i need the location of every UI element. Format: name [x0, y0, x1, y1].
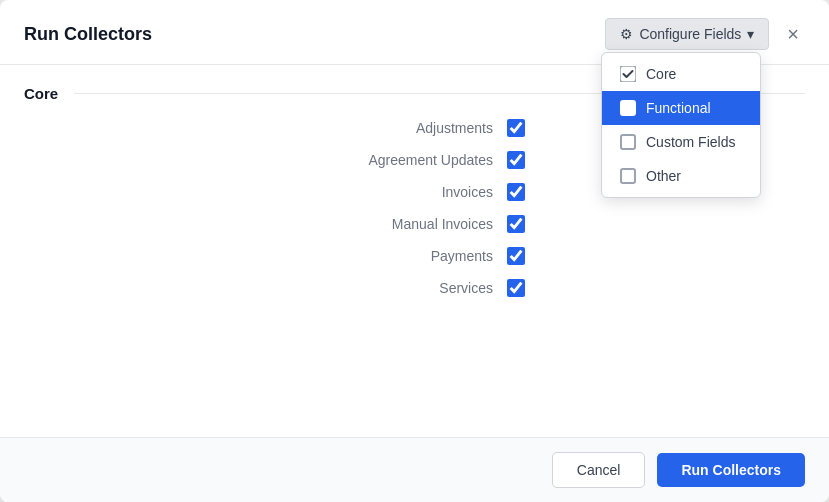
dialog-title: Run Collectors — [24, 24, 152, 45]
dropdown-item-functional[interactable]: Functional — [602, 91, 760, 125]
header-right: ⚙ Configure Fields ▾ × Core Func — [605, 18, 805, 50]
dropdown-item-core[interactable]: Core — [602, 57, 760, 91]
field-row-adjustments: Adjustments — [205, 112, 525, 144]
field-label-services: Services — [205, 280, 493, 296]
field-checkbox-payments[interactable] — [507, 247, 525, 265]
chevron-down-icon: ▾ — [747, 26, 754, 42]
gear-icon: ⚙ — [620, 26, 633, 42]
run-collectors-button[interactable]: Run Collectors — [657, 453, 805, 487]
section-title-core: Core — [24, 85, 58, 102]
field-row-invoices: Invoices — [205, 176, 525, 208]
field-checkbox-agreement-updates[interactable] — [507, 151, 525, 169]
field-label-invoices: Invoices — [205, 184, 493, 200]
dropdown-item-core-label: Core — [646, 66, 676, 82]
checkbox-functional — [620, 100, 636, 116]
dropdown-item-custom-fields[interactable]: Custom Fields — [602, 125, 760, 159]
configure-fields-button[interactable]: ⚙ Configure Fields ▾ — [605, 18, 769, 50]
field-label-adjustments: Adjustments — [205, 120, 493, 136]
dialog-footer: Cancel Run Collectors — [0, 437, 829, 502]
dialog-header: Run Collectors ⚙ Configure Fields ▾ × Co… — [0, 0, 829, 65]
cancel-button[interactable]: Cancel — [552, 452, 646, 488]
dropdown-item-other[interactable]: Other — [602, 159, 760, 193]
field-row-manual-invoices: Manual Invoices — [205, 208, 525, 240]
field-label-payments: Payments — [205, 248, 493, 264]
field-checkbox-invoices[interactable] — [507, 183, 525, 201]
checkbox-custom-fields — [620, 134, 636, 150]
checkbox-other — [620, 168, 636, 184]
field-row-agreement-updates: Agreement Updates — [205, 144, 525, 176]
close-button[interactable]: × — [781, 22, 805, 46]
dropdown-item-custom-fields-label: Custom Fields — [646, 134, 735, 150]
dropdown-item-functional-label: Functional — [646, 100, 711, 116]
configure-fields-dropdown: Core Functional Custom Fields Other — [601, 52, 761, 198]
field-checkbox-adjustments[interactable] — [507, 119, 525, 137]
field-checkbox-manual-invoices[interactable] — [507, 215, 525, 233]
configure-fields-label: Configure Fields — [639, 26, 741, 42]
checkmark-icon — [620, 66, 636, 82]
run-collectors-dialog: Run Collectors ⚙ Configure Fields ▾ × Co… — [0, 0, 829, 502]
field-checkbox-services[interactable] — [507, 279, 525, 297]
field-label-agreement-updates: Agreement Updates — [205, 152, 493, 168]
field-row-services: Services — [205, 272, 525, 304]
dropdown-item-other-label: Other — [646, 168, 681, 184]
field-row-payments: Payments — [205, 240, 525, 272]
field-label-manual-invoices: Manual Invoices — [205, 216, 493, 232]
svg-rect-0 — [620, 66, 636, 82]
